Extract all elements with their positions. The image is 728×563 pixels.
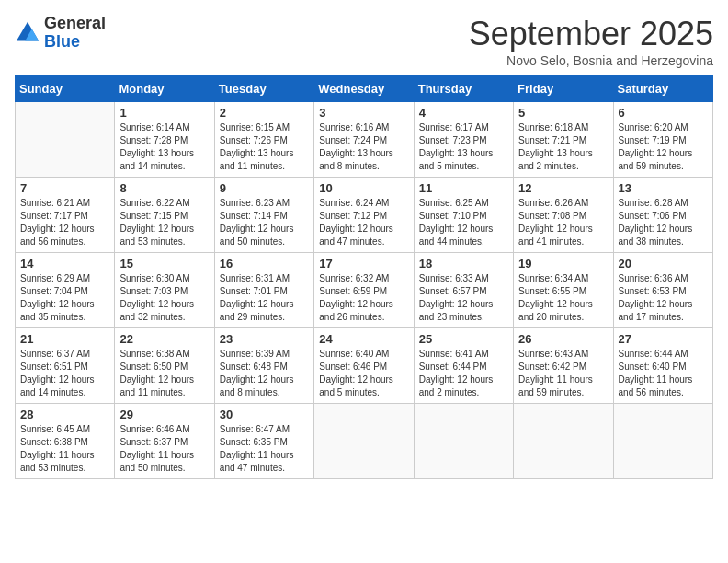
- calendar-cell: 28Sunrise: 6:45 AM Sunset: 6:38 PM Dayli…: [16, 404, 115, 479]
- calendar-week-row: 7Sunrise: 6:21 AM Sunset: 7:17 PM Daylig…: [16, 178, 713, 253]
- day-info: Sunrise: 6:14 AM Sunset: 7:28 PM Dayligh…: [119, 121, 209, 173]
- calendar-cell: [414, 404, 513, 479]
- calendar-cell: 3Sunrise: 6:16 AM Sunset: 7:24 PM Daylig…: [314, 102, 414, 178]
- day-info: Sunrise: 6:40 AM Sunset: 6:46 PM Dayligh…: [319, 348, 408, 399]
- weekday-header-row: SundayMondayTuesdayWednesdayThursdayFrid…: [16, 76, 713, 102]
- day-info: Sunrise: 6:29 AM Sunset: 7:04 PM Dayligh…: [20, 272, 109, 324]
- logo-text: General Blue: [44, 15, 106, 52]
- day-info: Sunrise: 6:43 AM Sunset: 6:42 PM Dayligh…: [518, 348, 608, 399]
- calendar-cell: 23Sunrise: 6:39 AM Sunset: 6:48 PM Dayli…: [214, 328, 313, 404]
- day-info: Sunrise: 6:25 AM Sunset: 7:10 PM Dayligh…: [419, 197, 508, 248]
- calendar-cell: 9Sunrise: 6:23 AM Sunset: 7:14 PM Daylig…: [214, 178, 313, 253]
- day-info: Sunrise: 6:24 AM Sunset: 7:12 PM Dayligh…: [319, 197, 408, 248]
- day-number: 1: [119, 106, 209, 120]
- day-info: Sunrise: 6:31 AM Sunset: 7:01 PM Dayligh…: [220, 272, 309, 324]
- day-info: Sunrise: 6:32 AM Sunset: 6:59 PM Dayligh…: [319, 272, 408, 324]
- calendar-cell: 2Sunrise: 6:15 AM Sunset: 7:26 PM Daylig…: [214, 102, 313, 178]
- calendar-cell: 10Sunrise: 6:24 AM Sunset: 7:12 PM Dayli…: [314, 178, 414, 253]
- weekday-header-monday: Monday: [115, 76, 214, 102]
- calendar-cell: 7Sunrise: 6:21 AM Sunset: 7:17 PM Daylig…: [16, 178, 115, 253]
- day-number: 10: [319, 181, 408, 195]
- weekday-header-tuesday: Tuesday: [214, 76, 313, 102]
- day-number: 18: [419, 257, 508, 270]
- day-number: 14: [20, 257, 109, 270]
- calendar-cell: 5Sunrise: 6:18 AM Sunset: 7:21 PM Daylig…: [514, 102, 613, 178]
- calendar-cell: 25Sunrise: 6:41 AM Sunset: 6:44 PM Dayli…: [414, 328, 513, 404]
- day-number: 7: [20, 181, 109, 195]
- calendar-cell: 29Sunrise: 6:46 AM Sunset: 6:37 PM Dayli…: [115, 404, 214, 479]
- day-number: 29: [119, 408, 209, 421]
- day-number: 5: [518, 106, 608, 120]
- calendar-week-row: 14Sunrise: 6:29 AM Sunset: 7:04 PM Dayli…: [16, 253, 713, 328]
- day-number: 13: [619, 181, 708, 195]
- day-number: 30: [220, 408, 309, 421]
- calendar-cell: 27Sunrise: 6:44 AM Sunset: 6:40 PM Dayli…: [613, 328, 712, 404]
- day-info: Sunrise: 6:18 AM Sunset: 7:21 PM Dayligh…: [518, 121, 608, 173]
- month-title: September 2025: [469, 15, 713, 53]
- day-info: Sunrise: 6:26 AM Sunset: 7:08 PM Dayligh…: [518, 197, 608, 248]
- calendar-cell: 20Sunrise: 6:36 AM Sunset: 6:53 PM Dayli…: [613, 253, 712, 328]
- day-info: Sunrise: 6:39 AM Sunset: 6:48 PM Dayligh…: [220, 348, 309, 399]
- weekday-header-friday: Friday: [514, 76, 613, 102]
- title-block: September 2025 Novo Selo, Bosnia and Her…: [469, 15, 713, 68]
- logo-icon: [15, 20, 40, 46]
- calendar-cell: [514, 404, 613, 479]
- calendar-cell: 15Sunrise: 6:30 AM Sunset: 7:03 PM Dayli…: [115, 253, 214, 328]
- calendar-table: SundayMondayTuesdayWednesdayThursdayFrid…: [15, 75, 713, 479]
- day-number: 17: [319, 257, 408, 270]
- day-number: 27: [619, 332, 708, 346]
- calendar-week-row: 28Sunrise: 6:45 AM Sunset: 6:38 PM Dayli…: [16, 404, 713, 479]
- day-info: Sunrise: 6:23 AM Sunset: 7:14 PM Dayligh…: [220, 197, 309, 248]
- day-info: Sunrise: 6:16 AM Sunset: 7:24 PM Dayligh…: [319, 121, 408, 173]
- calendar-cell: 30Sunrise: 6:47 AM Sunset: 6:35 PM Dayli…: [214, 404, 313, 479]
- day-info: Sunrise: 6:33 AM Sunset: 6:57 PM Dayligh…: [419, 272, 508, 324]
- day-number: 16: [220, 257, 309, 270]
- day-info: Sunrise: 6:44 AM Sunset: 6:40 PM Dayligh…: [619, 348, 708, 399]
- day-info: Sunrise: 6:15 AM Sunset: 7:26 PM Dayligh…: [220, 121, 309, 173]
- calendar-cell: 18Sunrise: 6:33 AM Sunset: 6:57 PM Dayli…: [414, 253, 513, 328]
- day-number: 23: [220, 332, 309, 346]
- calendar-cell: [613, 404, 712, 479]
- day-number: 24: [319, 332, 408, 346]
- calendar-cell: 11Sunrise: 6:25 AM Sunset: 7:10 PM Dayli…: [414, 178, 513, 253]
- calendar-cell: 22Sunrise: 6:38 AM Sunset: 6:50 PM Dayli…: [115, 328, 214, 404]
- calendar-cell: [16, 102, 115, 178]
- calendar-cell: 17Sunrise: 6:32 AM Sunset: 6:59 PM Dayli…: [314, 253, 414, 328]
- weekday-header-wednesday: Wednesday: [314, 76, 414, 102]
- day-info: Sunrise: 6:17 AM Sunset: 7:23 PM Dayligh…: [419, 121, 508, 173]
- calendar-cell: 8Sunrise: 6:22 AM Sunset: 7:15 PM Daylig…: [115, 178, 214, 253]
- day-info: Sunrise: 6:21 AM Sunset: 7:17 PM Dayligh…: [20, 197, 109, 248]
- weekday-header-thursday: Thursday: [414, 76, 513, 102]
- day-number: 3: [319, 106, 408, 120]
- calendar-cell: 26Sunrise: 6:43 AM Sunset: 6:42 PM Dayli…: [514, 328, 613, 404]
- calendar-cell: 14Sunrise: 6:29 AM Sunset: 7:04 PM Dayli…: [16, 253, 115, 328]
- logo: General Blue: [15, 15, 106, 52]
- calendar-week-row: 1Sunrise: 6:14 AM Sunset: 7:28 PM Daylig…: [16, 102, 713, 178]
- day-info: Sunrise: 6:30 AM Sunset: 7:03 PM Dayligh…: [119, 272, 209, 324]
- day-number: 20: [619, 257, 708, 270]
- day-info: Sunrise: 6:22 AM Sunset: 7:15 PM Dayligh…: [119, 197, 209, 248]
- day-number: 15: [119, 257, 209, 270]
- day-number: 6: [619, 106, 708, 120]
- day-info: Sunrise: 6:20 AM Sunset: 7:19 PM Dayligh…: [619, 121, 708, 173]
- day-number: 19: [518, 257, 608, 270]
- calendar-cell: 21Sunrise: 6:37 AM Sunset: 6:51 PM Dayli…: [16, 328, 115, 404]
- calendar-cell: 4Sunrise: 6:17 AM Sunset: 7:23 PM Daylig…: [414, 102, 513, 178]
- calendar-cell: 19Sunrise: 6:34 AM Sunset: 6:55 PM Dayli…: [514, 253, 613, 328]
- day-info: Sunrise: 6:47 AM Sunset: 6:35 PM Dayligh…: [220, 423, 309, 475]
- day-number: 22: [119, 332, 209, 346]
- day-number: 4: [419, 106, 508, 120]
- location: Novo Selo, Bosnia and Herzegovina: [469, 53, 713, 68]
- calendar-cell: [314, 404, 414, 479]
- calendar-cell: 16Sunrise: 6:31 AM Sunset: 7:01 PM Dayli…: [214, 253, 313, 328]
- day-info: Sunrise: 6:28 AM Sunset: 7:06 PM Dayligh…: [619, 197, 708, 248]
- day-info: Sunrise: 6:36 AM Sunset: 6:53 PM Dayligh…: [619, 272, 708, 324]
- weekday-header-sunday: Sunday: [16, 76, 115, 102]
- day-number: 25: [419, 332, 508, 346]
- day-info: Sunrise: 6:45 AM Sunset: 6:38 PM Dayligh…: [20, 423, 109, 475]
- day-number: 28: [20, 408, 109, 421]
- day-number: 11: [419, 181, 508, 195]
- calendar-cell: 6Sunrise: 6:20 AM Sunset: 7:19 PM Daylig…: [613, 102, 712, 178]
- calendar-week-row: 21Sunrise: 6:37 AM Sunset: 6:51 PM Dayli…: [16, 328, 713, 404]
- calendar-cell: 12Sunrise: 6:26 AM Sunset: 7:08 PM Dayli…: [514, 178, 613, 253]
